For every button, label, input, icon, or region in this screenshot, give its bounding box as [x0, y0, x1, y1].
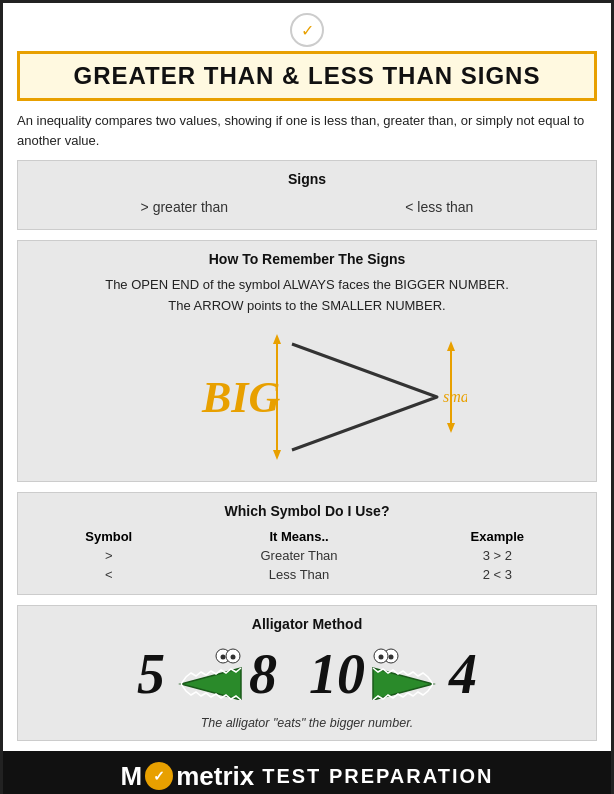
svg-point-11: [231, 654, 236, 659]
table-row: <Less Than2 < 3: [32, 565, 582, 584]
signs-title: Signs: [32, 171, 582, 187]
svg-marker-6: [447, 341, 455, 351]
title-box: GREATER THAN & LESS THAN SIGNS: [17, 51, 597, 101]
alligator-title: Alligator Method: [32, 616, 582, 632]
svg-marker-7: [447, 423, 455, 433]
col-means: It Means..: [186, 527, 413, 546]
svg-point-15: [389, 654, 394, 659]
remember-line1: The OPEN END of the symbol ALWAYS faces …: [105, 277, 509, 292]
svg-marker-17: [373, 668, 433, 700]
table-cell: 3 > 2: [413, 546, 582, 565]
check-badge: ✓: [290, 13, 324, 47]
svg-text:small: small: [443, 388, 467, 405]
brand-rest: metrix: [176, 761, 254, 792]
alligator-num4: 4: [449, 642, 477, 706]
page-title: GREATER THAN & LESS THAN SIGNS: [32, 62, 582, 90]
alligator-num2: 8: [249, 642, 277, 706]
alligator-row: 5 8 10: [32, 642, 582, 706]
svg-marker-1: [273, 334, 281, 344]
alligator-right-svg: [371, 648, 443, 700]
remember-line2: The ARROW points to the SMALLER NUMBER.: [168, 298, 445, 313]
col-symbol: Symbol: [32, 527, 186, 546]
table-cell: 2 < 3: [413, 565, 582, 584]
symbol-table: Symbol It Means.. Example >Greater Than3…: [32, 527, 582, 584]
table-header-row: Symbol It Means.. Example: [32, 527, 582, 546]
col-example: Example: [413, 527, 582, 546]
signs-section: Signs > greater than < less than: [17, 160, 597, 230]
footer: M ✓ metrix TEST PREPARATION: [3, 751, 611, 794]
remember-section: How To Remember The Signs The OPEN END o…: [17, 240, 597, 482]
alligator-section: Alligator Method 5 8 10: [17, 605, 597, 741]
big-small-diagram: BIG small: [32, 327, 582, 467]
table-row: >Greater Than3 > 2: [32, 546, 582, 565]
greater-sign: > greater than: [141, 199, 229, 215]
remember-text: The OPEN END of the symbol ALWAYS faces …: [32, 275, 582, 317]
alligator-left-svg: [171, 648, 243, 700]
table-cell: >: [32, 546, 186, 565]
brand-m: M: [121, 761, 143, 792]
footer-tagline: TEST PREPARATION: [262, 765, 493, 788]
svg-marker-12: [181, 668, 241, 700]
svg-point-10: [221, 654, 226, 659]
svg-text:BIG: BIG: [201, 373, 280, 422]
table-cell: <: [32, 565, 186, 584]
alligator-caption: The alligator "eats" the bigger number.: [32, 716, 582, 730]
checkmark-icon: ✓: [301, 21, 314, 40]
footer-badge: ✓: [145, 762, 173, 790]
diagram-svg: BIG small: [147, 332, 467, 462]
less-sign: < less than: [405, 199, 473, 215]
svg-point-16: [379, 654, 384, 659]
table-cell: Greater Than: [186, 546, 413, 565]
header-badge: ✓: [17, 13, 597, 47]
alligator-num1: 5: [137, 642, 165, 706]
svg-marker-2: [273, 450, 281, 460]
alligator-num3: 10: [309, 642, 365, 706]
footer-logo: M ✓ metrix: [121, 761, 255, 792]
signs-row: > greater than < less than: [32, 195, 582, 219]
remember-title: How To Remember The Signs: [32, 251, 582, 267]
table-cell: Less Than: [186, 565, 413, 584]
symbol-section-title: Which Symbol Do I Use?: [32, 503, 582, 519]
symbol-section: Which Symbol Do I Use? Symbol It Means..…: [17, 492, 597, 595]
intro-text: An inequality compares two values, showi…: [17, 111, 597, 150]
